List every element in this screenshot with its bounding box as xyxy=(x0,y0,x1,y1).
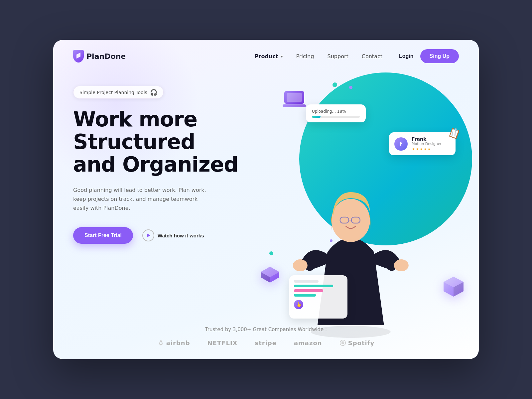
frank-avatar: F xyxy=(394,137,408,151)
spotify-icon xyxy=(339,339,346,346)
upload-fill xyxy=(312,116,321,118)
laptop-icon-float xyxy=(283,90,306,109)
svg-point-17 xyxy=(340,340,345,346)
hand-row: 👆 xyxy=(294,300,343,309)
upload-label: Uploading... 18% xyxy=(312,109,360,114)
headphones-emoji: 🎧 xyxy=(150,89,157,96)
upload-progress-bar xyxy=(312,116,360,118)
star-2: ★ xyxy=(416,147,419,151)
task-bar-1 xyxy=(294,285,333,287)
hero-subtext: Good planning will lead to better work. … xyxy=(73,186,213,213)
dot-teal-1 xyxy=(332,82,337,87)
trusted-section: Trusted by 3,000+ Great Companies Worldw… xyxy=(150,327,382,346)
star-5: ★ xyxy=(428,147,431,151)
navbar: PlanDone Product Pricing Support Contact… xyxy=(53,40,479,72)
trusted-text: Trusted by 3,000+ Great Companies Worldw… xyxy=(150,327,382,332)
task-bar-3 xyxy=(294,294,316,297)
chevron-down-icon xyxy=(280,56,283,58)
play-icon xyxy=(142,229,154,241)
hero-left: Simple Project Planning Tools 🎧 Work mor… xyxy=(73,79,266,358)
nav-contact[interactable]: Contact xyxy=(362,53,382,60)
star-rating: ★ ★ ★ ★ ★ xyxy=(412,147,442,151)
stripe-logo: stripe xyxy=(255,339,277,346)
svg-rect-1 xyxy=(287,93,302,102)
svg-point-16 xyxy=(394,259,409,271)
tag-pill: Simple Project Planning Tools 🎧 xyxy=(73,86,164,99)
frank-role: Motion Designer xyxy=(412,142,442,146)
hero-section: Simple Project Planning Tools 🎧 Work mor… xyxy=(53,72,479,358)
watch-button[interactable]: Watch how it works xyxy=(142,229,204,241)
frank-info: Frank Motion Designer ★ ★ ★ ★ ★ xyxy=(412,136,442,151)
signup-button[interactable]: Sing Up xyxy=(420,49,459,63)
hand-icon: 👆 xyxy=(294,300,303,309)
amazon-logo: amazon xyxy=(294,339,322,346)
task-card-header xyxy=(294,280,319,283)
task-bar-2 xyxy=(294,289,323,292)
svg-point-15 xyxy=(293,259,308,271)
login-button[interactable]: Login xyxy=(399,53,414,59)
task-card: 👆 xyxy=(289,275,347,319)
spotify-logo: Spotify xyxy=(339,339,375,346)
logo-text: PlanDone xyxy=(86,52,126,61)
hero-right: Uploading... 18% F Frank Motion Designer… xyxy=(266,79,459,358)
airbnb-icon xyxy=(158,339,164,346)
main-card: PlanDone Product Pricing Support Contact… xyxy=(53,40,479,359)
dot-teal-2 xyxy=(269,251,273,255)
frank-name: Frank xyxy=(412,136,442,142)
cta-row: Start Free Trial Watch how it works xyxy=(73,227,266,244)
brand-logos-row: airbnb NETFLIX stripe amazon xyxy=(150,339,382,346)
cube-right-svg xyxy=(442,275,466,299)
nav-pricing[interactable]: Pricing xyxy=(296,53,314,60)
laptop-svg xyxy=(283,90,306,109)
play-triangle xyxy=(147,233,150,237)
frank-card: F Frank Motion Designer ★ ★ ★ ★ ★ 📋 xyxy=(389,132,456,155)
svg-rect-2 xyxy=(283,104,306,107)
nav-links: Product Pricing Support Contact xyxy=(255,53,382,60)
hero-headline: Work more Structured and Organized xyxy=(73,108,266,176)
logo[interactable]: PlanDone xyxy=(73,50,126,63)
star-1: ★ xyxy=(412,147,415,151)
star-3: ★ xyxy=(420,147,423,151)
cube-right xyxy=(442,275,466,299)
dot-purple-1 xyxy=(349,86,352,89)
trial-button[interactable]: Start Free Trial xyxy=(73,227,133,244)
upload-card: Uploading... 18% xyxy=(306,104,366,122)
logo-icon xyxy=(73,50,84,63)
nav-product[interactable]: Product xyxy=(255,53,283,60)
nav-support[interactable]: Support xyxy=(328,53,348,60)
star-4: ★ xyxy=(424,147,427,151)
netflix-logo: NETFLIX xyxy=(207,339,238,346)
airbnb-logo: airbnb xyxy=(158,339,190,346)
